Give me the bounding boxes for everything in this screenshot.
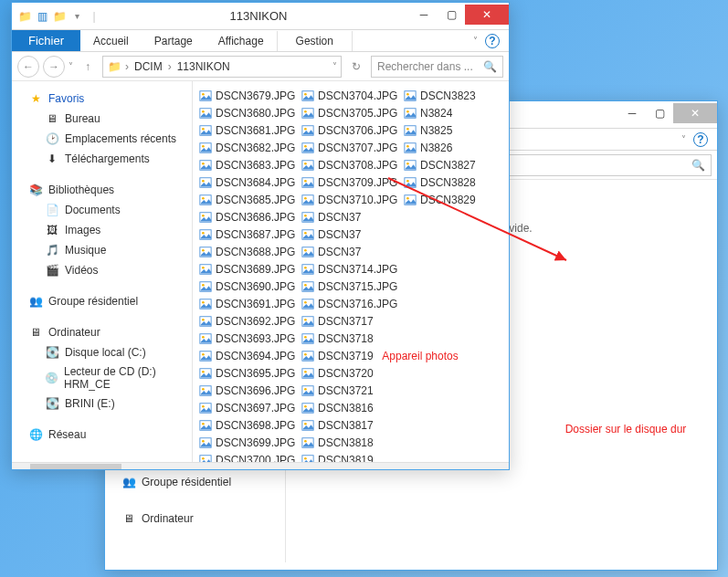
up-button[interactable]: ↑	[77, 56, 99, 78]
file-item[interactable]: DSCN3699.JPG	[196, 434, 299, 451]
nav-group-libraries[interactable]: 📚Bibliothèques	[12, 180, 192, 200]
window-title: 113NIKON	[107, 9, 410, 23]
horizontal-scrollbar[interactable]	[12, 462, 509, 469]
help-icon[interactable]: ?	[693, 132, 708, 147]
file-item[interactable]: DSCN3689.JPG	[196, 260, 299, 278]
file-item[interactable]: DSCN3829	[401, 191, 503, 208]
file-item[interactable]: DSCN3684.JPG	[196, 173, 299, 191]
nav-group-homegroup[interactable]: 👥Groupe résidentiel	[12, 291, 192, 311]
svg-point-35	[202, 387, 205, 390]
tab-gestion[interactable]: Gestion	[277, 31, 353, 51]
properties-icon[interactable]: ▥	[35, 9, 49, 24]
nav-group-computer[interactable]: 🖥Ordinateur	[12, 322, 192, 342]
address-box[interactable]: 📁 › DCIM › 113NIKON ˅	[102, 56, 342, 78]
file-item[interactable]: DSCN3709.JPG	[299, 173, 401, 191]
file-item[interactable]: DSCN3686.JPG	[196, 208, 299, 226]
maximize-button[interactable]: ▢	[646, 103, 673, 123]
history-dropdown-icon[interactable]: ˅	[69, 61, 73, 71]
file-item[interactable]: N3824	[401, 104, 503, 121]
file-item[interactable]: DSCN3720	[299, 364, 401, 382]
file-item[interactable]: DSCN3688.JPG	[196, 243, 299, 260]
close-button[interactable]: ✕	[673, 103, 717, 123]
file-name: DSCN3708.JPG	[318, 159, 397, 172]
file-item[interactable]: DSCN3817	[299, 416, 401, 434]
nav-group-homegroup[interactable]: 👥 Groupe résidentiel	[105, 472, 285, 492]
breadcrumb-113nikon[interactable]: 113NIKON	[175, 58, 232, 75]
nav-group-computer[interactable]: 🖥 Ordinateur	[105, 509, 285, 529]
minimize-button[interactable]: ─	[618, 103, 646, 123]
file-item[interactable]: DSCN3818	[299, 434, 401, 451]
chevron-down-icon[interactable]: ˅	[473, 36, 478, 46]
nav-item-disk-c[interactable]: 💽Disque local (C:)	[12, 342, 192, 362]
refresh-button[interactable]: ↻	[345, 56, 367, 78]
file-item[interactable]: DSCN37	[299, 208, 401, 226]
close-button[interactable]: ✕	[465, 5, 509, 25]
file-item[interactable]: DSCN3691.JPG	[196, 295, 299, 312]
file-item[interactable]: DSCN3819	[299, 451, 401, 462]
file-item[interactable]: DSCN3680.JPG	[196, 104, 299, 121]
file-item[interactable]: DSCN37	[299, 243, 401, 260]
back-button[interactable]: ←	[17, 56, 39, 78]
file-item[interactable]: DSCN3683.JPG	[196, 156, 299, 173]
file-item[interactable]: DSCN3687.JPG	[196, 226, 299, 243]
file-item[interactable]: DSCN3715.JPG	[299, 278, 401, 295]
file-item[interactable]: DSCN3721	[299, 382, 401, 399]
file-item[interactable]: DSCN3823	[401, 87, 503, 104]
file-item[interactable]: DSCN3698.JPG	[196, 416, 299, 434]
tab-partage[interactable]: Partage	[142, 31, 206, 51]
nav-item-bureau[interactable]: 🖥Bureau	[12, 109, 192, 129]
file-item[interactable]: DSCN3716.JPG	[299, 295, 401, 312]
nav-item-cd-d[interactable]: 💿Lecteur de CD (D:) HRM_CE	[12, 362, 192, 393]
nav-item-videos[interactable]: 🎬Vidéos	[12, 260, 192, 280]
chevron-down-icon[interactable]: ˅	[681, 134, 686, 144]
svg-point-69	[304, 248, 307, 251]
file-item[interactable]: DSCN3694.JPG	[196, 347, 299, 364]
forward-button[interactable]: →	[43, 56, 65, 78]
nav-item-recents[interactable]: 🕑Emplacements récents	[12, 129, 192, 149]
breadcrumb-dcim[interactable]: DCIM	[132, 58, 164, 75]
file-item[interactable]: DSCN3693.JPG	[196, 330, 299, 347]
tab-affichage[interactable]: Affichage	[206, 31, 277, 51]
tab-accueil[interactable]: Accueil	[80, 31, 142, 51]
file-item[interactable]: DSCN3707.JPG	[299, 139, 401, 156]
minimize-button[interactable]: ─	[410, 5, 438, 25]
file-item[interactable]: DSCN3696.JPG	[196, 382, 299, 399]
nav-item-documents[interactable]: 📄Documents	[12, 200, 192, 220]
file-item[interactable]: DSCN3816	[299, 399, 401, 416]
new-folder-icon[interactable]: 📁	[52, 9, 67, 24]
file-item[interactable]: DSCN3685.JPG	[196, 191, 299, 208]
file-item[interactable]: DSCN3705.JPG	[299, 104, 401, 121]
nav-item-downloads[interactable]: ⬇Téléchargements	[12, 149, 192, 169]
file-item[interactable]: DSCN3704.JPG	[299, 87, 401, 104]
file-item[interactable]: DSCN3690.JPG	[196, 278, 299, 295]
file-item[interactable]: DSCN37	[299, 226, 401, 243]
file-item[interactable]: DSCN3682.JPG	[196, 139, 299, 156]
file-item[interactable]: DSCN3679.JPG	[196, 87, 299, 104]
file-item[interactable]: DSCN3708.JPG	[299, 156, 401, 173]
nav-group-favoris[interactable]: ★ Favoris	[12, 89, 192, 109]
nav-item-music[interactable]: 🎵Musique	[12, 240, 192, 260]
address-dropdown-icon[interactable]: ˅	[332, 61, 337, 71]
maximize-button[interactable]: ▢	[438, 5, 465, 25]
search-box[interactable]: Rechercher dans ... 🔍	[371, 56, 503, 78]
file-item[interactable]: N3825	[401, 121, 503, 139]
tab-fichier[interactable]: Fichier	[12, 30, 80, 51]
qat-dropdown-icon[interactable]: ▾	[69, 9, 84, 24]
nav-group-network[interactable]: 🌐Réseau	[12, 425, 192, 445]
help-icon[interactable]: ?	[485, 34, 500, 48]
nav-item-brini-e[interactable]: 💽BRINI (E:)	[12, 393, 192, 414]
file-item[interactable]: DSCN3697.JPG	[196, 399, 299, 416]
file-item[interactable]: DSCN3700.JPG	[196, 451, 299, 462]
file-item[interactable]: DSCN3827	[401, 156, 503, 173]
file-item[interactable]: DSCN3717	[299, 312, 401, 330]
nav-item-images[interactable]: 🖼Images	[12, 220, 192, 240]
file-item[interactable]: DSCN3828	[401, 173, 503, 191]
file-item[interactable]: N3826	[401, 139, 503, 156]
file-item[interactable]: DSCN3714.JPG	[299, 260, 401, 278]
file-item[interactable]: DSCN3681.JPG	[196, 121, 299, 139]
file-item[interactable]: DSCN3692.JPG	[196, 312, 299, 330]
svg-point-59	[304, 162, 307, 164]
file-item[interactable]: DSCN3710.JPG	[299, 191, 401, 208]
file-item[interactable]: DSCN3706.JPG	[299, 121, 401, 139]
file-item[interactable]: DSCN3695.JPG	[196, 364, 299, 382]
